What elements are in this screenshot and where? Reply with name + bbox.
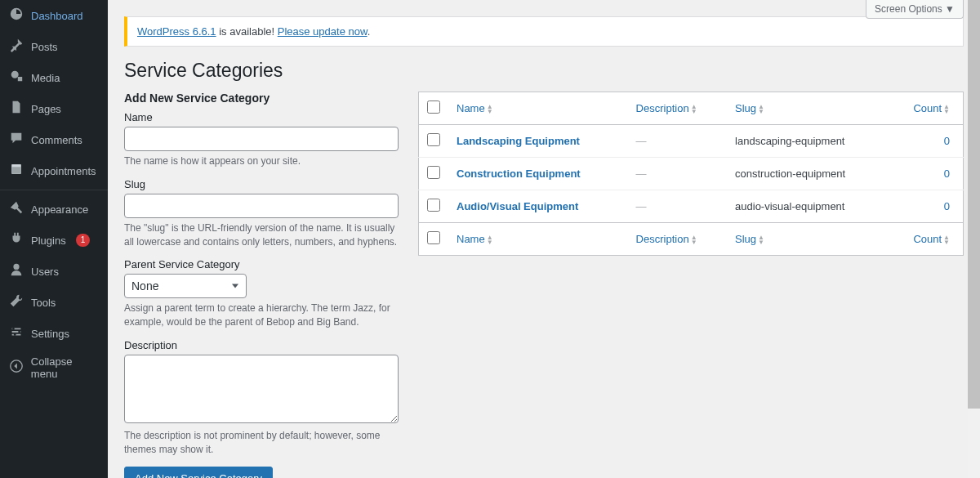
sort-icon: ▲▼ <box>487 235 493 245</box>
settings-icon <box>8 324 24 342</box>
plugins-icon <box>8 231 24 249</box>
users-icon <box>8 262 24 280</box>
footer-slug[interactable]: Slug▲▼ <box>727 223 889 256</box>
row-checkbox[interactable] <box>427 199 440 212</box>
sidebar-item-plugins[interactable]: Plugins 1 <box>0 225 108 256</box>
sidebar-item-collapse[interactable]: Collapse menu <box>0 349 108 386</box>
svg-point-4 <box>14 333 16 336</box>
comments-icon <box>8 131 24 149</box>
sidebar-item-users[interactable]: Users <box>0 256 108 287</box>
sidebar-item-label: Dashboard <box>31 10 83 22</box>
media-icon <box>8 69 24 87</box>
sidebar-item-label: Comments <box>31 134 82 146</box>
sidebar-item-comments[interactable]: Comments <box>0 124 108 155</box>
slug-input[interactable] <box>124 194 399 218</box>
category-count-link[interactable]: 0 <box>944 168 950 180</box>
pin-icon <box>8 38 24 56</box>
sidebar-item-label: Pages <box>31 103 61 115</box>
appearance-icon <box>8 200 24 218</box>
category-slug: audio-visual-equipment <box>727 190 889 223</box>
categories-table: Name▲▼ Description▲▼ Slug▲▼ Count▲▼ Land… <box>418 92 964 256</box>
dashboard-icon <box>8 7 24 25</box>
form-section-title: Add New Service Category <box>124 92 399 105</box>
sidebar-item-tools[interactable]: Tools <box>0 287 108 318</box>
notice-end: . <box>368 25 371 38</box>
name-label: Name <box>124 111 399 123</box>
sort-icon: ▲▼ <box>487 105 493 114</box>
footer-description[interactable]: Description▲▼ <box>628 223 727 256</box>
parent-label: Parent Service Category <box>124 258 399 270</box>
slug-helper: The "slug" is the URL-friendly version o… <box>124 221 399 249</box>
scrollbar[interactable] <box>968 0 980 478</box>
description-textarea[interactable] <box>124 355 399 423</box>
calendar-icon <box>8 162 24 180</box>
table-row: Audio/Visual Equipment—audio-visual-equi… <box>419 190 964 223</box>
category-description: — <box>636 135 647 147</box>
screen-options-toggle[interactable]: Screen Options ▼ <box>866 0 964 19</box>
category-name-link[interactable]: Construction Equipment <box>457 168 581 180</box>
sidebar-item-label: Users <box>31 266 59 278</box>
tools-icon <box>8 293 24 311</box>
sort-icon: ▲▼ <box>758 235 764 245</box>
sort-icon: ▲▼ <box>758 105 764 114</box>
category-description: — <box>636 200 647 212</box>
sidebar-item-appointments[interactable]: Appointments <box>0 155 108 186</box>
footer-count[interactable]: Count▲▼ <box>889 223 964 256</box>
parent-select[interactable]: None <box>124 274 247 298</box>
notice-text: is available! <box>216 25 278 38</box>
header-count[interactable]: Count▲▼ <box>889 92 964 125</box>
header-description[interactable]: Description▲▼ <box>628 92 727 125</box>
name-helper: The name is how it appears on your site. <box>124 154 399 168</box>
sidebar-item-pages[interactable]: Pages <box>0 93 108 124</box>
admin-sidebar: Dashboard Posts Media Pages Comments <box>0 0 108 478</box>
category-count-link[interactable]: 0 <box>944 135 950 147</box>
table-row: Construction Equipment—construction-equi… <box>419 158 964 190</box>
plugins-update-badge: 1 <box>76 234 91 247</box>
sort-icon: ▲▼ <box>943 235 950 245</box>
category-name-link[interactable]: Audio/Visual Equipment <box>457 200 578 212</box>
footer-name[interactable]: Name▲▼ <box>448 223 628 256</box>
sidebar-item-label: Plugins <box>31 235 66 247</box>
table-row: Landscaping Equipment—landscaping-equipm… <box>419 125 964 158</box>
update-notice: WordPress 6.6.1 is available! Please upd… <box>124 16 964 47</box>
screen-options-label: Screen Options <box>875 3 942 15</box>
pages-icon <box>8 100 24 118</box>
sidebar-item-label: Tools <box>31 297 56 309</box>
category-count-link[interactable]: 0 <box>944 200 950 212</box>
sidebar-item-appearance[interactable]: Appearance <box>0 190 108 225</box>
sidebar-item-posts[interactable]: Posts <box>0 31 108 62</box>
category-slug: landscaping-equipment <box>727 125 889 158</box>
update-now-link[interactable]: Please update now <box>278 25 368 38</box>
svg-point-3 <box>18 331 20 333</box>
row-checkbox[interactable] <box>427 133 440 146</box>
add-category-button[interactable]: Add New Service Category <box>124 467 273 478</box>
sort-icon: ▲▼ <box>691 105 697 114</box>
description-helper: The description is not prominent by defa… <box>124 429 399 457</box>
name-input[interactable] <box>124 127 399 151</box>
wordpress-version-link[interactable]: WordPress 6.6.1 <box>137 25 216 38</box>
sidebar-item-label: Settings <box>31 328 69 340</box>
main-content: Screen Options ▼ WordPress 6.6.1 is avai… <box>108 0 980 478</box>
description-label: Description <box>124 339 399 351</box>
sidebar-item-label: Collapse menu <box>31 355 101 380</box>
row-checkbox[interactable] <box>427 166 440 179</box>
parent-helper: Assign a parent term to create a hierarc… <box>124 302 399 329</box>
slug-label: Slug <box>124 178 399 190</box>
svg-point-2 <box>12 328 15 330</box>
category-slug: construction-equipment <box>727 158 889 190</box>
sidebar-item-media[interactable]: Media <box>0 62 108 93</box>
select-all-checkbox[interactable] <box>427 101 440 114</box>
select-all-checkbox-footer[interactable] <box>427 231 440 244</box>
category-name-link[interactable]: Landscaping Equipment <box>457 135 580 147</box>
header-slug[interactable]: Slug▲▼ <box>727 92 889 125</box>
sidebar-item-label: Posts <box>31 41 58 53</box>
page-title: Service Categories <box>124 60 964 82</box>
svg-rect-1 <box>12 165 21 168</box>
category-description: — <box>636 168 647 180</box>
sort-icon: ▲▼ <box>943 105 950 114</box>
sidebar-item-dashboard[interactable]: Dashboard <box>0 0 108 31</box>
chevron-down-icon: ▼ <box>945 3 955 15</box>
header-name[interactable]: Name▲▼ <box>448 92 628 125</box>
sidebar-item-settings[interactable]: Settings <box>0 318 108 349</box>
collapse-icon <box>8 359 24 377</box>
